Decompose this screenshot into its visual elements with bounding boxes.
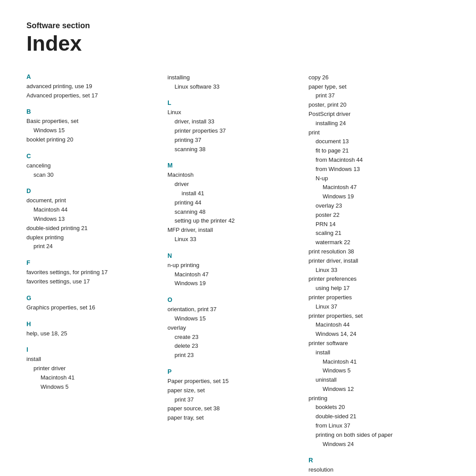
index-entry: canceling xyxy=(26,161,157,171)
index-letter: H xyxy=(26,320,157,327)
index-entry: install 41 xyxy=(167,189,298,198)
index-entry: printer preferences xyxy=(309,275,439,284)
index-entry: favorites settings, use 17 xyxy=(26,277,157,286)
index-section: GGraphics properties, set 16 xyxy=(26,294,157,312)
index-entry: help, use 18, 25 xyxy=(26,329,157,338)
index-entry: from Linux 37 xyxy=(309,421,439,431)
index-section: PPaper properties, set 15paper size, set… xyxy=(167,368,298,423)
index-section: BBasic properties, setWindows 15booklet … xyxy=(26,108,157,144)
index-entry: Basic properties, set xyxy=(26,117,157,126)
index-letter: P xyxy=(167,368,298,375)
index-entry: Windows 15 xyxy=(167,314,298,324)
index-entry: favorites settings, for printing 17 xyxy=(26,268,157,277)
index-entry: print 37 xyxy=(309,91,439,100)
index-entry: Macintosh 44 xyxy=(309,320,439,330)
index-entry: resolution xyxy=(309,465,439,475)
index-entry: printer properties, set xyxy=(309,312,439,321)
index-entry: print xyxy=(309,128,439,138)
index-entry: PRN 14 xyxy=(309,220,439,229)
index-entry: Linux 33 xyxy=(167,235,298,244)
index-letter: L xyxy=(167,99,298,106)
index-entry: create 23 xyxy=(167,333,298,342)
index-entry: Macintosh 47 xyxy=(309,183,439,192)
index-entry: print 23 xyxy=(167,351,298,360)
index-entry: from Macintosh 44 xyxy=(309,156,439,165)
index-entry: paper type, set xyxy=(309,82,439,92)
index-entry: Paper properties, set 15 xyxy=(167,377,298,386)
index-letter: O xyxy=(167,296,298,303)
index-entry: Macintosh 41 xyxy=(26,373,157,383)
index-entry: N-up xyxy=(309,174,439,183)
index-section: Ffavorites settings, for printing 17favo… xyxy=(26,259,157,286)
index-entry: document, print xyxy=(26,196,157,205)
index-letter: B xyxy=(26,108,157,115)
index-entry: scan 30 xyxy=(26,171,157,180)
index-entry: Windows 19 xyxy=(167,279,298,288)
index-entry: scanning 48 xyxy=(167,208,298,217)
index-entry: Windows 12 xyxy=(309,385,439,394)
index-column-col1: Aadvanced printing, use 19Advanced prope… xyxy=(26,73,167,476)
index-entry: n-up printing xyxy=(167,261,298,270)
index-entry: print 37 xyxy=(167,395,298,405)
index-entry: advanced printing, use 19 xyxy=(26,82,157,91)
index-entry: using help 17 xyxy=(309,284,439,293)
index-section: Ccancelingscan 30 xyxy=(26,152,157,180)
index-entry: Windows 5 xyxy=(309,366,439,376)
index-letter: R xyxy=(309,457,439,464)
index-entry: overlay 23 xyxy=(309,201,439,211)
index-entry: Macintosh 44 xyxy=(26,205,157,215)
index-entry: Linux xyxy=(167,108,298,117)
index-entry: orientation, print 37 xyxy=(167,305,298,314)
index-entry: uninstall xyxy=(309,376,439,385)
index-entry: driver, install 33 xyxy=(167,117,298,126)
index-entry: Windows 5 xyxy=(26,383,157,392)
index-letter: F xyxy=(26,259,157,266)
index-section: Nn-up printingMacintosh 47Windows 19 xyxy=(167,252,298,288)
index-entry: printing on both sides of paper xyxy=(309,431,439,440)
index-column-col2: installingLinux software 33LLinuxdriver,… xyxy=(167,73,309,476)
index-entry: MFP driver, install xyxy=(167,226,298,235)
index-entry: from Windows 13 xyxy=(309,165,439,174)
index-entry: Linux software 33 xyxy=(167,82,298,92)
section-label: Software section xyxy=(26,21,450,30)
index-section: copy 26paper type, setprint 37poster, pr… xyxy=(309,73,439,449)
index-entry: paper tray, set xyxy=(167,413,298,423)
index-entry: poster 22 xyxy=(309,211,439,220)
index-entry: installing 24 xyxy=(309,119,439,128)
index-entry: overlay xyxy=(167,324,298,333)
index-entry: Graphics properties, set 16 xyxy=(26,303,157,312)
index-section: LLinuxdriver, install 33printer properti… xyxy=(167,99,298,154)
index-letter: D xyxy=(26,187,157,194)
index-entry: Advanced properties, set 17 xyxy=(26,91,157,100)
index-entry: fit to page 21 xyxy=(309,146,439,156)
index-entry: Macintosh 41 xyxy=(309,357,439,367)
index-entry: paper source, set 38 xyxy=(167,404,298,413)
index-section: Iinstallprinter driverMacintosh 41Window… xyxy=(26,346,157,391)
index-entry: booklet printing 20 xyxy=(26,135,157,145)
index-letter: C xyxy=(26,152,157,160)
index-entry: double-sided 21 xyxy=(309,412,439,421)
index-entry: paper size, set xyxy=(167,386,298,395)
index-column-col3: copy 26paper type, setprint 37poster, pr… xyxy=(309,73,450,476)
index-letter: G xyxy=(26,294,157,301)
index-entry: printer software xyxy=(309,339,439,348)
index-section: Hhelp, use 18, 25 xyxy=(26,320,157,338)
index-section: Aadvanced printing, use 19Advanced prope… xyxy=(26,73,157,100)
index-entry: Macintosh 47 xyxy=(167,270,298,279)
index-entry: Windows 14, 24 xyxy=(309,330,439,339)
index-entry: booklets 20 xyxy=(309,403,439,412)
index-section: Oorientation, print 37Windows 15overlayc… xyxy=(167,296,298,360)
index-entry: printing 44 xyxy=(167,198,298,208)
index-entry: Linux 37 xyxy=(309,302,439,312)
index-entry: document 13 xyxy=(309,137,439,146)
index-entry: Macintosh xyxy=(167,171,298,180)
index-section: Rresolution xyxy=(309,457,439,475)
index-entry: installing xyxy=(167,73,298,82)
index-section: installingLinux software 33 xyxy=(167,73,298,92)
index-entry: install xyxy=(26,355,157,364)
index-entry: printer driver, install xyxy=(309,257,439,266)
index-letter: A xyxy=(26,73,157,80)
index-entry: scanning 38 xyxy=(167,145,298,154)
index-entry: setting up the printer 42 xyxy=(167,216,298,226)
index-entry: Windows 15 xyxy=(26,126,157,135)
